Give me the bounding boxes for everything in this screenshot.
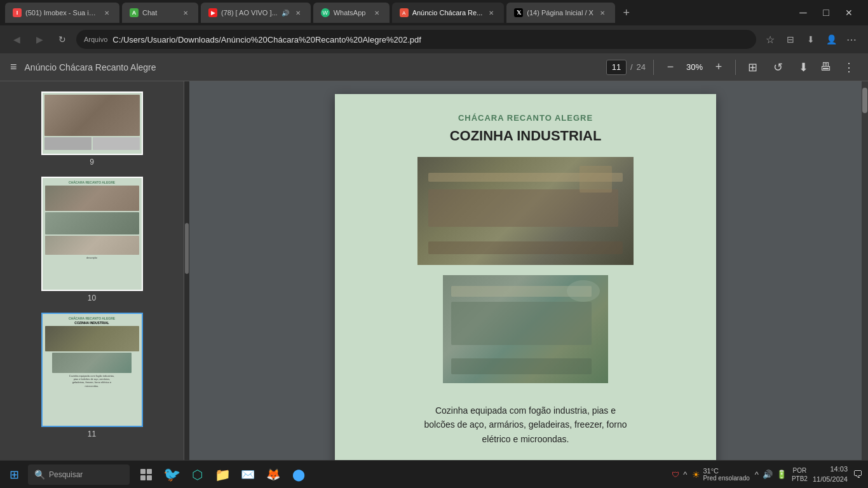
tab-title-whatsapp: WhatsApp bbox=[334, 9, 368, 17]
edge-icon[interactable]: ⬡ bbox=[186, 463, 208, 486]
pdf-content-area[interactable]: CHÁCARA RECANTO ALEGRE COZINHA INDUSTRIA… bbox=[189, 81, 862, 485]
tab-close-whatsapp[interactable]: ✕ bbox=[372, 8, 382, 18]
tab-title-youtube: (78) [ AO VIVO ]... bbox=[221, 9, 278, 17]
bird-app-icon[interactable]: 🐦 bbox=[160, 463, 183, 486]
thumbnail-10[interactable]: CHÁCARA RECANTO ALEGRE descrição 10 bbox=[22, 172, 162, 308]
tab-youtube[interactable]: ▶ (78) [ AO VIVO ]... 🔊 ✕ bbox=[201, 3, 311, 23]
reload-button[interactable]: ↻ bbox=[53, 30, 71, 48]
pdf-zoom-out-button[interactable]: − bbox=[661, 58, 679, 76]
thumbnail-11[interactable]: CHÁCARA RECANTO ALEGRE COZINHA INDUSTRIA… bbox=[22, 308, 162, 444]
tab-whatsapp[interactable]: W WhatsApp ✕ bbox=[313, 3, 390, 23]
pdf-page-header: CHÁCARA RECANTO ALEGRE bbox=[458, 113, 593, 123]
tab-twitter[interactable]: 𝕏 (14) Página Inicial / X ✕ bbox=[506, 3, 615, 23]
clock-date: 11/05/2024 bbox=[813, 475, 848, 484]
tab-chat[interactable]: A Chat ✕ bbox=[122, 3, 198, 23]
taskbar-search-label: Pesquisar bbox=[49, 470, 83, 479]
pdf-more-button[interactable]: ⋮ bbox=[840, 58, 858, 76]
tab-pdf[interactable]: A Anúncio Chácara Re... ✕ bbox=[392, 3, 505, 23]
clock-display[interactable]: 14:03 11/05/2024 bbox=[813, 464, 848, 484]
tab-favicon-chat: A bbox=[130, 8, 139, 17]
reading-list-icon[interactable]: ⊟ bbox=[782, 30, 799, 48]
firefox-icon[interactable]: 🦊 bbox=[262, 463, 285, 486]
chrome-icon[interactable]: ⬤ bbox=[287, 463, 310, 486]
pdf-download-button[interactable]: ⬇ bbox=[794, 58, 812, 76]
pdf-toolbar: ≡ Anúncio Chácara Recanto Alegre / 24 − … bbox=[0, 53, 868, 81]
new-tab-button[interactable]: + bbox=[618, 4, 635, 22]
taskbar: ⊞ 🔍 Pesquisar 🐦 ⬡ 📁 ✉️ bbox=[0, 460, 868, 488]
thumbnail-11-number: 11 bbox=[88, 430, 96, 438]
forward-button[interactable]: ▶ bbox=[31, 30, 48, 48]
pdf-page-title: COZINHA INDUSTRIAL bbox=[450, 128, 602, 144]
pdf-kitchen-image-bottom bbox=[443, 275, 608, 383]
mail-icon[interactable]: ✉️ bbox=[236, 463, 259, 486]
tab-close-youtube[interactable]: ✕ bbox=[293, 8, 303, 18]
kitchen-photo-bottom bbox=[443, 275, 608, 383]
start-button[interactable]: ⊞ bbox=[0, 461, 28, 489]
pdf-main-area: 9 CHÁCARA RECANTO ALEGRE descrição 10 CH… bbox=[0, 81, 868, 485]
profile-icon[interactable]: 👤 bbox=[822, 30, 840, 48]
pdf-page: CHÁCARA RECANTO ALEGRE COZINHA INDUSTRIA… bbox=[335, 94, 716, 473]
nav-right: ☆ ⊟ ⬇ 👤 ⋯ bbox=[761, 30, 860, 48]
tab-favicon-imobex: I bbox=[13, 8, 22, 17]
chevron-up-tray[interactable]: ^ bbox=[683, 470, 687, 479]
pdf-description-block: Cozinha equipada com fogão industria, pi… bbox=[405, 396, 646, 454]
pdf-zoom-control: − 30% + bbox=[661, 58, 728, 76]
notification-button[interactable]: 🗨 bbox=[853, 469, 863, 480]
pdf-zoom-level: 30% bbox=[683, 62, 706, 72]
svg-rect-2 bbox=[140, 475, 146, 480]
thumbnail-panel: 9 CHÁCARA RECANTO ALEGRE descrição 10 CH… bbox=[0, 81, 184, 485]
address-protocol-label: Arquivo bbox=[84, 36, 107, 43]
tab-close-imobex[interactable]: ✕ bbox=[102, 8, 112, 18]
tab-imobex[interactable]: I (501) Imobex - Sua in... ✕ bbox=[5, 3, 119, 23]
start-icon: ⊞ bbox=[10, 468, 19, 482]
thumbnail-9-image bbox=[41, 92, 143, 155]
tab-close-chat[interactable]: ✕ bbox=[180, 8, 191, 18]
weather-icon: ☀ bbox=[692, 470, 700, 480]
tab-close-twitter[interactable]: ✕ bbox=[597, 8, 607, 18]
download-icon[interactable]: ⬇ bbox=[802, 30, 820, 48]
pdf-page-input[interactable] bbox=[606, 60, 627, 75]
thumbnail-9-number: 9 bbox=[90, 158, 94, 166]
pdf-menu-icon[interactable]: ≡ bbox=[10, 60, 17, 74]
language-secondary: PTB2 bbox=[792, 475, 808, 483]
weather-widget[interactable]: ☀ 31°C Pred ensolarado bbox=[692, 467, 749, 482]
maximize-button[interactable]: □ bbox=[817, 4, 835, 22]
tab-audio-icon: 🔊 bbox=[281, 10, 289, 17]
pdf-kitchen-image-top bbox=[417, 157, 634, 265]
address-bar[interactable]: Arquivo C:/Users/Usuario/Downloads/Anúnc… bbox=[76, 30, 756, 49]
pdf-layout-button[interactable]: ⊞ bbox=[743, 58, 761, 76]
taskbar-search[interactable]: 🔍 Pesquisar bbox=[28, 464, 130, 485]
network-icon[interactable]: ^ bbox=[755, 470, 759, 479]
volume-icon[interactable]: 🔊 bbox=[763, 470, 773, 479]
minimize-button[interactable]: ─ bbox=[794, 4, 812, 22]
bookmark-star-icon[interactable]: ☆ bbox=[761, 30, 779, 48]
pdf-zoom-in-button[interactable]: + bbox=[710, 58, 728, 76]
pdf-rotate-button[interactable]: ↺ bbox=[769, 58, 787, 76]
main-scrollbar-thumb bbox=[862, 88, 867, 113]
tab-title-chat: Chat bbox=[142, 9, 177, 17]
taskview-button[interactable] bbox=[135, 463, 158, 486]
weather-desc: Pred ensolarado bbox=[703, 475, 749, 482]
svg-rect-0 bbox=[140, 469, 146, 474]
main-scrollbar[interactable] bbox=[862, 81, 868, 485]
address-text: C:/Users/Usuario/Downloads/Anúncio%20Chá… bbox=[112, 35, 749, 44]
pdf-page-control: / 24 bbox=[606, 60, 646, 75]
nav-bar: ◀ ▶ ↻ Arquivo C:/Users/Usuario/Downloads… bbox=[0, 25, 868, 53]
settings-icon[interactable]: ⋯ bbox=[843, 30, 860, 48]
thumbnail-scrollbar[interactable] bbox=[184, 81, 189, 485]
tab-bar-right: ─ □ ✕ bbox=[794, 4, 863, 22]
close-button[interactable]: ✕ bbox=[840, 4, 858, 22]
battery-icon[interactable]: 🔋 bbox=[776, 470, 787, 479]
back-button[interactable]: ◀ bbox=[8, 30, 25, 48]
pdf-page-separator: / bbox=[630, 62, 633, 72]
toolbar-divider1 bbox=[653, 60, 654, 75]
pdf-print-button[interactable]: 🖶 bbox=[817, 58, 835, 76]
thumbnail-9[interactable]: 9 bbox=[22, 86, 162, 172]
language-indicator: POR PTB2 bbox=[792, 466, 808, 483]
file-explorer-icon[interactable]: 📁 bbox=[211, 463, 234, 486]
tab-title-twitter: (14) Página Inicial / X bbox=[527, 9, 593, 17]
taskbar-right: 🛡 ^ ☀ 31°C Pred ensolarado ^ 🔊 🔋 POR PTB… bbox=[672, 464, 868, 484]
tab-close-pdf[interactable]: ✕ bbox=[486, 8, 496, 18]
taskbar-tray: 🛡 ^ bbox=[672, 470, 687, 479]
antivirus-tray-icon[interactable]: 🛡 bbox=[672, 470, 679, 479]
